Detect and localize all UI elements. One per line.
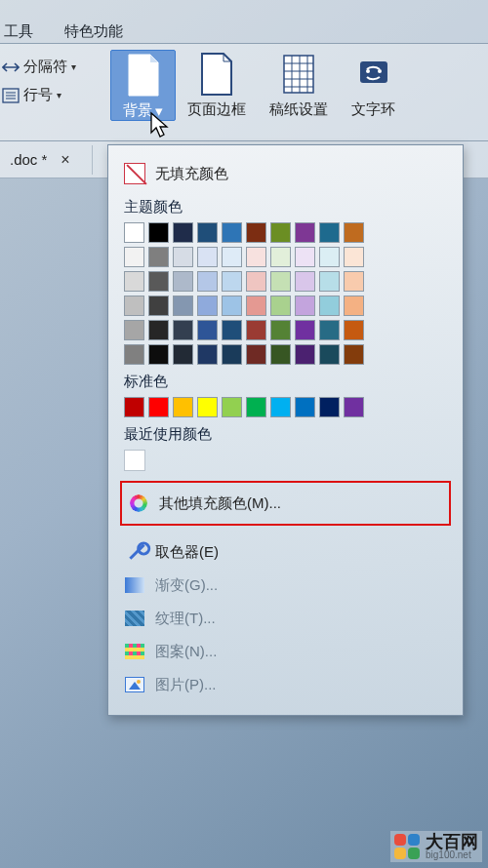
color-swatch[interactable] (173, 247, 193, 267)
color-swatch[interactable] (344, 271, 364, 292)
more-fill-colors-item[interactable]: 其他填充颜色(M)... (122, 483, 449, 524)
color-swatch[interactable] (124, 296, 144, 316)
color-swatch[interactable] (319, 397, 340, 417)
color-swatch[interactable] (222, 271, 242, 292)
color-swatch[interactable] (148, 320, 169, 340)
color-swatch[interactable] (124, 344, 144, 365)
color-swatch[interactable] (295, 320, 315, 340)
manuscript-button[interactable]: 稿纸设置 (258, 50, 340, 119)
color-swatch[interactable] (222, 344, 242, 365)
color-swatch[interactable] (295, 271, 315, 292)
background-fill-dropdown: 无填充颜色 主题颜色 标准色 最近使用颜色 其他填充颜色(M)... 取色器(E… (107, 144, 464, 716)
color-swatch[interactable] (246, 320, 266, 340)
color-swatch[interactable] (124, 247, 144, 267)
color-swatch[interactable] (173, 397, 193, 417)
color-swatch[interactable] (319, 320, 340, 340)
color-swatch[interactable] (222, 296, 242, 316)
color-swatch[interactable] (246, 222, 266, 243)
color-swatch[interactable] (173, 296, 193, 316)
color-swatch[interactable] (197, 320, 218, 340)
color-swatch[interactable] (295, 247, 315, 267)
color-swatch[interactable] (344, 222, 364, 243)
line-number-button[interactable]: 行号 ▾ (2, 86, 94, 104)
color-swatch[interactable] (270, 397, 291, 417)
no-fill-item[interactable]: 无填充颜色 (122, 157, 449, 190)
ribbon-page-group: 分隔符 ▾ 行号 ▾ (0, 50, 98, 104)
color-swatch[interactable] (246, 296, 266, 316)
color-swatch[interactable] (148, 296, 169, 316)
eyedropper-item[interactable]: 取色器(E) (122, 535, 449, 569)
color-swatch[interactable] (197, 222, 218, 243)
color-swatch[interactable] (197, 344, 218, 365)
theme-color-grid (122, 222, 449, 365)
recent-colors-heading: 最近使用颜色 (124, 425, 449, 444)
color-swatch[interactable] (270, 271, 291, 292)
color-swatch[interactable] (344, 296, 364, 316)
color-swatch[interactable] (148, 271, 169, 292)
color-swatch[interactable] (246, 271, 266, 292)
color-swatch[interactable] (319, 271, 340, 292)
color-swatch[interactable] (124, 320, 144, 340)
text-wrap-icon (354, 52, 393, 97)
pattern-label: 图案(N)... (155, 643, 217, 661)
separator-button[interactable]: 分隔符 ▾ (2, 58, 94, 76)
color-swatch[interactable] (344, 320, 364, 340)
color-swatch[interactable] (344, 344, 364, 365)
color-swatch[interactable] (173, 222, 193, 243)
color-swatch[interactable] (270, 247, 291, 267)
color-swatch[interactable] (124, 222, 144, 243)
no-fill-icon (124, 163, 145, 184)
color-swatch[interactable] (270, 320, 291, 340)
color-swatch[interactable] (295, 222, 315, 243)
color-swatch[interactable] (270, 296, 291, 316)
color-swatch[interactable] (173, 320, 193, 340)
recent-color-swatch[interactable] (124, 450, 145, 471)
color-swatch[interactable] (319, 296, 340, 316)
color-swatch[interactable] (344, 247, 364, 267)
picture-item[interactable]: 图片(P)... (122, 668, 449, 701)
menu-special-features[interactable]: 特色功能 (64, 22, 123, 41)
color-swatch[interactable] (344, 397, 364, 417)
color-swatch[interactable] (246, 344, 266, 365)
pattern-item[interactable]: 图案(N)... (122, 635, 449, 668)
color-swatch[interactable] (197, 247, 218, 267)
theme-colors-heading: 主题颜色 (124, 198, 449, 217)
highlight-annotation: 其他填充颜色(M)... (120, 481, 451, 526)
eyedropper-icon (124, 541, 145, 563)
chevron-down-icon: ▾ (155, 102, 163, 120)
color-swatch[interactable] (124, 397, 144, 417)
color-swatch[interactable] (148, 397, 169, 417)
color-swatch[interactable] (148, 222, 169, 243)
background-button[interactable]: 背景 ▾ (110, 50, 176, 121)
color-swatch[interactable] (148, 247, 169, 267)
line-number-label: 行号 (23, 86, 53, 104)
gradient-item[interactable]: 渐变(G)... (122, 569, 449, 602)
color-swatch[interactable] (197, 296, 218, 316)
color-swatch[interactable] (148, 344, 169, 365)
color-swatch[interactable] (222, 397, 242, 417)
color-swatch[interactable] (222, 320, 242, 340)
color-swatch[interactable] (246, 247, 266, 267)
page-border-button[interactable]: 页面边框 (176, 50, 258, 119)
color-swatch[interactable] (173, 271, 193, 292)
color-swatch[interactable] (270, 344, 291, 365)
texture-item[interactable]: 纹理(T)... (122, 602, 449, 635)
color-swatch[interactable] (173, 344, 193, 365)
color-swatch[interactable] (270, 222, 291, 243)
color-swatch[interactable] (222, 222, 242, 243)
document-tab[interactable]: .doc * × (0, 145, 93, 175)
color-swatch[interactable] (295, 296, 315, 316)
color-swatch[interactable] (295, 344, 315, 365)
color-swatch[interactable] (246, 397, 266, 417)
color-swatch[interactable] (319, 344, 340, 365)
color-swatch[interactable] (197, 397, 218, 417)
color-swatch[interactable] (295, 397, 315, 417)
text-wrap-button[interactable]: 文字环 (340, 50, 407, 119)
color-swatch[interactable] (197, 271, 218, 292)
color-swatch[interactable] (222, 247, 242, 267)
close-icon[interactable]: × (61, 151, 69, 169)
menu-tools[interactable]: 工具 (4, 22, 33, 41)
color-swatch[interactable] (319, 247, 340, 267)
color-swatch[interactable] (319, 222, 340, 243)
color-swatch[interactable] (124, 271, 144, 292)
